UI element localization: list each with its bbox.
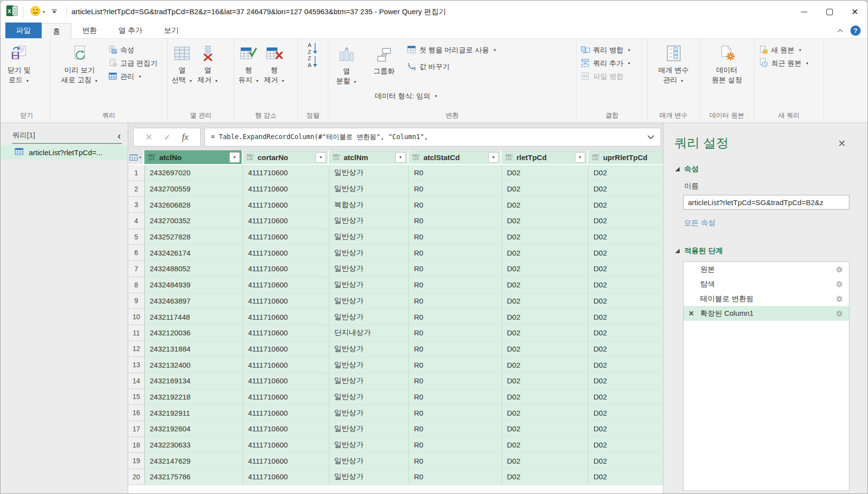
close-settings-icon[interactable]: ✕ (838, 138, 846, 149)
cell[interactable]: 4111710600 (243, 309, 329, 325)
cell[interactable]: R0 (409, 181, 502, 197)
row-number[interactable]: 17 (128, 421, 145, 437)
cell[interactable]: R0 (409, 165, 502, 181)
cell[interactable]: R0 (409, 277, 502, 293)
formula-expand-button[interactable] (643, 133, 655, 141)
help-button[interactable]: ? (850, 25, 861, 36)
merge-queries-button[interactable]: 쿼리 병합 ▼ (578, 44, 634, 57)
sort-descending-button[interactable]: ZA (304, 55, 322, 68)
cell[interactable]: 4111710600 (243, 389, 329, 405)
cell[interactable]: R0 (409, 213, 502, 229)
filter-icon[interactable]: ▼ (488, 152, 499, 163)
cell[interactable]: D02 (502, 293, 589, 309)
cell[interactable]: R0 (409, 453, 502, 469)
column-header-cortarNo[interactable]: ABC123cortarNo▼ (243, 150, 329, 165)
cell[interactable]: 4111710600 (243, 341, 329, 357)
column-header-uprRletTpCd[interactable]: ABC123uprRletTpCd (588, 150, 663, 165)
replace-values-button[interactable]: 12 값 바꾸기 (404, 60, 453, 73)
cell[interactable]: 2432169134 (145, 373, 243, 389)
cell[interactable]: 4111710600 (243, 357, 329, 373)
manage-parameters-button[interactable]: 매개 변수 관리 ▼ (656, 40, 691, 86)
cell[interactable]: 일반상가 (329, 421, 409, 437)
row-number[interactable]: 9 (128, 293, 145, 309)
select-all-corner-button[interactable]: ▼ (128, 150, 144, 165)
cell[interactable]: 2432426174 (145, 245, 243, 261)
cell[interactable]: 일반상가 (329, 453, 409, 469)
cell[interactable]: D02 (502, 245, 589, 261)
cell[interactable]: 2432131884 (145, 341, 243, 357)
cell[interactable]: 4111710600 (243, 197, 329, 213)
cell[interactable]: 2432132400 (145, 357, 243, 373)
refresh-preview-button[interactable]: 미리 보기 새로 고침 ▼ (59, 40, 101, 86)
cell[interactable]: 2432463897 (145, 293, 243, 309)
applied-step[interactable]: 원본 (684, 262, 849, 277)
cell[interactable]: 4111710600 (243, 405, 329, 421)
cell[interactable]: D02 (502, 405, 589, 421)
cell[interactable]: D02 (589, 309, 663, 325)
query-name-input[interactable] (683, 195, 849, 210)
cell[interactable]: 2432484939 (145, 277, 243, 293)
cell[interactable]: 4111710600 (243, 293, 329, 309)
sort-ascending-button[interactable]: AZ (304, 42, 322, 55)
cell[interactable]: R0 (409, 469, 502, 485)
cell[interactable]: 4111710600 (243, 469, 329, 485)
cell[interactable]: D02 (589, 437, 663, 453)
cell[interactable]: 2432488052 (145, 261, 243, 277)
cell[interactable]: R0 (409, 437, 502, 453)
column-header-atclNo[interactable]: ABC123atclNo▼ (144, 150, 243, 165)
cell[interactable]: 2432192218 (145, 389, 243, 405)
row-number[interactable]: 4 (128, 213, 145, 229)
choose-columns-button[interactable]: 열 선택 ▼ (169, 40, 195, 86)
cell[interactable]: D02 (589, 213, 663, 229)
step-settings-gear-icon[interactable] (836, 295, 843, 303)
group-by-button[interactable]: 그룹화 (371, 41, 397, 76)
row-number[interactable]: 15 (128, 389, 145, 405)
cell[interactable]: 4111710600 (243, 437, 329, 453)
append-queries-button[interactable]: 쿼리 추가 ▼ (578, 57, 634, 70)
cell[interactable]: 2432606828 (145, 197, 243, 213)
cell[interactable]: R0 (409, 405, 502, 421)
row-number[interactable]: 1 (128, 165, 145, 181)
cell[interactable]: 4111710600 (243, 373, 329, 389)
row-number[interactable]: 19 (128, 453, 145, 469)
cell[interactable]: D02 (589, 293, 663, 309)
use-first-row-as-headers-button[interactable]: 첫 행을 머리글로 사용 ▼ (404, 44, 500, 57)
cell[interactable]: 4111710600 (243, 229, 329, 245)
cell[interactable]: 일반상가 (329, 405, 409, 421)
cell[interactable]: 2432192604 (145, 421, 243, 437)
tab-add-column[interactable]: 열 추가 (108, 23, 153, 38)
row-number[interactable]: 2 (128, 181, 145, 197)
cell[interactable]: 2432700352 (145, 213, 243, 229)
cell[interactable]: R0 (409, 229, 502, 245)
column-header-atclStatCd[interactable]: ABC123atclStatCd▼ (409, 150, 502, 165)
remove-rows-button[interactable]: 행 제거 ▼ (261, 40, 287, 86)
cell[interactable]: D02 (589, 373, 663, 389)
cell[interactable]: 일반상가 (329, 469, 409, 485)
manage-button[interactable]: 관리 ▼ (106, 70, 161, 83)
tab-view[interactable]: 보기 (153, 23, 189, 38)
cell[interactable]: 4111710600 (243, 325, 329, 341)
tab-file[interactable]: 파일 (5, 23, 42, 38)
cell[interactable]: D02 (589, 389, 663, 405)
cell[interactable]: 복합상가 (329, 197, 409, 213)
cell[interactable]: R0 (409, 325, 502, 341)
cell[interactable]: 일반상가 (329, 213, 409, 229)
cell[interactable]: 4111710600 (243, 165, 329, 181)
new-source-button[interactable]: 새 원본 ▼ (756, 44, 812, 57)
cell[interactable]: R0 (409, 261, 502, 277)
cell[interactable]: D02 (589, 181, 663, 197)
quick-access-toolbar-customize-button[interactable] (47, 9, 61, 14)
cell[interactable]: 2432192911 (145, 405, 243, 421)
step-settings-gear-icon[interactable] (836, 310, 843, 317)
cell[interactable]: D02 (502, 373, 589, 389)
cell[interactable]: D02 (589, 405, 663, 421)
cell[interactable]: 2432527828 (145, 229, 243, 245)
cell[interactable]: D02 (502, 213, 589, 229)
cell[interactable]: 일반상가 (329, 437, 409, 453)
cell[interactable]: R0 (409, 293, 502, 309)
row-number[interactable]: 18 (128, 437, 145, 453)
cell[interactable]: D02 (502, 421, 589, 437)
row-number[interactable]: 3 (128, 197, 145, 213)
cell[interactable]: D02 (589, 229, 663, 245)
cell[interactable]: 단지내상가 (329, 325, 409, 341)
